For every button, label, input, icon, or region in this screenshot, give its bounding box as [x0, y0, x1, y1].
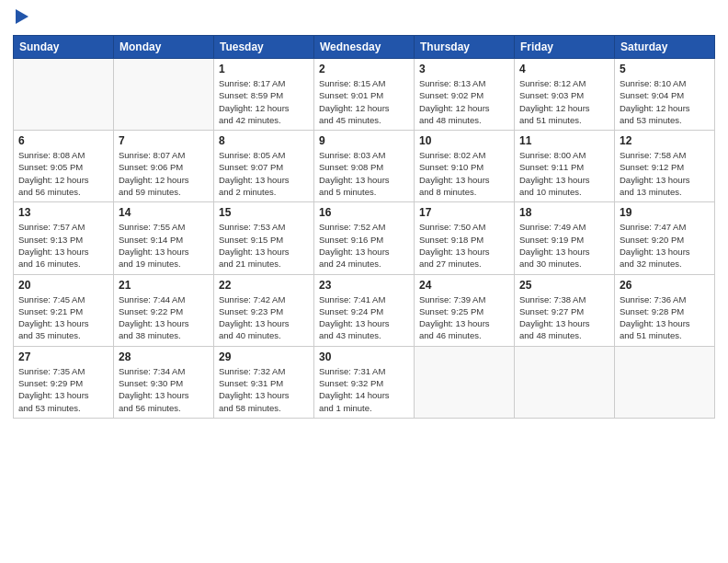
day-details: Sunrise: 8:08 AMSunset: 9:05 PMDaylight:… — [18, 149, 108, 198]
calendar-cell: 15Sunrise: 7:53 AMSunset: 9:15 PMDayligh… — [214, 202, 314, 274]
day-details: Sunrise: 7:55 AMSunset: 9:14 PMDaylight:… — [119, 221, 209, 270]
calendar-cell: 8Sunrise: 8:05 AMSunset: 9:07 PMDaylight… — [214, 131, 314, 202]
day-details: Sunrise: 8:03 AMSunset: 9:08 PMDaylight:… — [319, 149, 409, 198]
day-number: 10 — [419, 134, 509, 147]
calendar-header-tuesday: Tuesday — [214, 36, 314, 59]
calendar-header-thursday: Thursday — [415, 36, 515, 59]
day-number: 21 — [119, 279, 209, 292]
day-details: Sunrise: 8:00 AMSunset: 9:11 PMDaylight:… — [519, 149, 609, 198]
day-details: Sunrise: 7:47 AMSunset: 9:20 PMDaylight:… — [620, 221, 710, 270]
day-number: 19 — [620, 206, 710, 219]
day-details: Sunrise: 7:41 AMSunset: 9:24 PMDaylight:… — [319, 293, 409, 342]
day-number: 27 — [18, 350, 108, 363]
day-details: Sunrise: 7:44 AMSunset: 9:22 PMDaylight:… — [119, 293, 209, 342]
day-details: Sunrise: 7:31 AMSunset: 9:32 PMDaylight:… — [319, 365, 409, 414]
calendar-cell: 6Sunrise: 8:08 AMSunset: 9:05 PMDaylight… — [14, 131, 114, 202]
day-details: Sunrise: 7:57 AMSunset: 9:13 PMDaylight:… — [18, 221, 108, 270]
calendar-cell: 21Sunrise: 7:44 AMSunset: 9:22 PMDayligh… — [114, 274, 214, 346]
calendar-cell: 17Sunrise: 7:50 AMSunset: 9:18 PMDayligh… — [415, 202, 515, 274]
day-number: 5 — [620, 63, 710, 75]
day-number: 22 — [219, 279, 309, 292]
day-number: 15 — [219, 206, 309, 219]
day-details: Sunrise: 8:07 AMSunset: 9:06 PMDaylight:… — [119, 149, 209, 198]
day-details: Sunrise: 8:10 AMSunset: 9:04 PMDaylight:… — [620, 77, 710, 126]
calendar-cell: 19Sunrise: 7:47 AMSunset: 9:20 PMDayligh… — [615, 202, 715, 274]
day-details: Sunrise: 8:17 AMSunset: 8:59 PMDaylight:… — [219, 77, 309, 126]
calendar-cell: 24Sunrise: 7:39 AMSunset: 9:25 PMDayligh… — [415, 274, 515, 346]
day-number: 17 — [419, 206, 509, 219]
day-number: 26 — [620, 279, 710, 292]
calendar-cell: 11Sunrise: 8:00 AMSunset: 9:11 PMDayligh… — [515, 131, 615, 202]
day-details: Sunrise: 7:42 AMSunset: 9:23 PMDaylight:… — [219, 293, 309, 342]
calendar-week-5: 27Sunrise: 7:35 AMSunset: 9:29 PMDayligh… — [14, 346, 715, 418]
calendar-cell — [114, 59, 214, 131]
calendar-week-4: 20Sunrise: 7:45 AMSunset: 9:21 PMDayligh… — [14, 274, 715, 346]
calendar-cell: 7Sunrise: 8:07 AMSunset: 9:06 PMDaylight… — [114, 131, 214, 202]
day-details: Sunrise: 7:45 AMSunset: 9:21 PMDaylight:… — [18, 293, 108, 342]
day-number: 2 — [319, 63, 409, 75]
day-number: 9 — [319, 134, 409, 147]
day-number: 20 — [18, 279, 108, 292]
calendar-header-saturday: Saturday — [615, 36, 715, 59]
calendar-cell: 16Sunrise: 7:52 AMSunset: 9:16 PMDayligh… — [314, 202, 415, 274]
day-number: 1 — [219, 63, 309, 75]
day-number: 11 — [519, 134, 609, 147]
calendar-cell: 2Sunrise: 8:15 AMSunset: 9:01 PMDaylight… — [314, 59, 415, 131]
calendar-cell: 22Sunrise: 7:42 AMSunset: 9:23 PMDayligh… — [214, 274, 314, 346]
calendar-cell: 29Sunrise: 7:32 AMSunset: 9:31 PMDayligh… — [214, 346, 314, 418]
page-container: SundayMondayTuesdayWednesdayThursdayFrid… — [0, 0, 728, 563]
day-details: Sunrise: 8:13 AMSunset: 9:02 PMDaylight:… — [419, 77, 509, 126]
day-number: 28 — [119, 350, 209, 363]
calendar-week-1: 1Sunrise: 8:17 AMSunset: 8:59 PMDaylight… — [14, 59, 715, 131]
day-details: Sunrise: 8:05 AMSunset: 9:07 PMDaylight:… — [219, 149, 309, 198]
day-number: 16 — [319, 206, 409, 219]
day-details: Sunrise: 7:39 AMSunset: 9:25 PMDaylight:… — [419, 293, 509, 342]
calendar-cell: 18Sunrise: 7:49 AMSunset: 9:19 PMDayligh… — [515, 202, 615, 274]
day-number: 6 — [18, 134, 108, 147]
calendar-cell: 9Sunrise: 8:03 AMSunset: 9:08 PMDaylight… — [314, 131, 415, 202]
calendar-cell — [515, 346, 615, 418]
day-number: 18 — [519, 206, 609, 219]
calendar-cell: 30Sunrise: 7:31 AMSunset: 9:32 PMDayligh… — [314, 346, 415, 418]
day-number: 29 — [219, 350, 309, 363]
day-details: Sunrise: 7:38 AMSunset: 9:27 PMDaylight:… — [519, 293, 609, 342]
calendar-cell: 25Sunrise: 7:38 AMSunset: 9:27 PMDayligh… — [515, 274, 615, 346]
calendar-cell: 13Sunrise: 7:57 AMSunset: 9:13 PMDayligh… — [14, 202, 114, 274]
calendar-header-friday: Friday — [515, 36, 615, 59]
logo-triangle — [16, 9, 28, 28]
day-number: 13 — [18, 206, 108, 219]
calendar-header-sunday: Sunday — [14, 36, 114, 59]
calendar-header-wednesday: Wednesday — [314, 36, 415, 59]
day-number: 8 — [219, 134, 309, 147]
day-number: 12 — [620, 134, 710, 147]
day-details: Sunrise: 8:15 AMSunset: 9:01 PMDaylight:… — [319, 77, 409, 126]
calendar-cell: 3Sunrise: 8:13 AMSunset: 9:02 PMDaylight… — [415, 59, 515, 131]
header — [13, 9, 715, 28]
logo — [13, 9, 28, 28]
day-number: 7 — [119, 134, 209, 147]
day-details: Sunrise: 7:49 AMSunset: 9:19 PMDaylight:… — [519, 221, 609, 270]
day-number: 14 — [119, 206, 209, 219]
day-details: Sunrise: 7:32 AMSunset: 9:31 PMDaylight:… — [219, 365, 309, 414]
calendar-cell: 27Sunrise: 7:35 AMSunset: 9:29 PMDayligh… — [14, 346, 114, 418]
day-number: 25 — [519, 279, 609, 292]
day-details: Sunrise: 7:50 AMSunset: 9:18 PMDaylight:… — [419, 221, 509, 270]
svg-marker-0 — [16, 9, 28, 24]
calendar-cell: 23Sunrise: 7:41 AMSunset: 9:24 PMDayligh… — [314, 274, 415, 346]
calendar-cell: 14Sunrise: 7:55 AMSunset: 9:14 PMDayligh… — [114, 202, 214, 274]
day-details: Sunrise: 7:58 AMSunset: 9:12 PMDaylight:… — [620, 149, 710, 198]
day-details: Sunrise: 8:12 AMSunset: 9:03 PMDaylight:… — [519, 77, 609, 126]
day-number: 23 — [319, 279, 409, 292]
calendar-cell — [615, 346, 715, 418]
calendar-week-3: 13Sunrise: 7:57 AMSunset: 9:13 PMDayligh… — [14, 202, 715, 274]
day-details: Sunrise: 7:52 AMSunset: 9:16 PMDaylight:… — [319, 221, 409, 270]
calendar-cell: 1Sunrise: 8:17 AMSunset: 8:59 PMDaylight… — [214, 59, 314, 131]
calendar-cell: 4Sunrise: 8:12 AMSunset: 9:03 PMDaylight… — [515, 59, 615, 131]
calendar-cell: 12Sunrise: 7:58 AMSunset: 9:12 PMDayligh… — [615, 131, 715, 202]
calendar-week-2: 6Sunrise: 8:08 AMSunset: 9:05 PMDaylight… — [14, 131, 715, 202]
calendar-cell — [14, 59, 114, 131]
calendar-cell — [415, 346, 515, 418]
calendar-cell: 26Sunrise: 7:36 AMSunset: 9:28 PMDayligh… — [615, 274, 715, 346]
calendar-header-monday: Monday — [114, 36, 214, 59]
calendar-cell: 28Sunrise: 7:34 AMSunset: 9:30 PMDayligh… — [114, 346, 214, 418]
